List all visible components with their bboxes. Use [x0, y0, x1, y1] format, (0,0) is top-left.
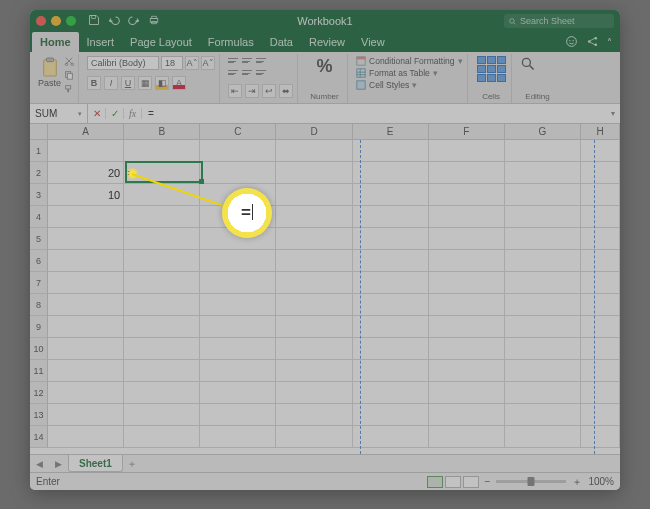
cell[interactable] [353, 140, 429, 162]
cell[interactable] [48, 250, 124, 272]
sheet-nav-next-icon[interactable]: ▶ [49, 459, 68, 469]
cell[interactable] [581, 338, 620, 360]
cell[interactable] [48, 382, 124, 404]
row-header[interactable]: 9 [30, 316, 48, 338]
cell[interactable] [581, 162, 620, 184]
cell[interactable] [200, 426, 276, 448]
cell[interactable] [505, 382, 581, 404]
decrease-font-icon[interactable]: A˅ [201, 56, 215, 70]
cell[interactable] [200, 206, 276, 228]
cell[interactable] [505, 316, 581, 338]
cell[interactable] [505, 228, 581, 250]
cell[interactable] [505, 162, 581, 184]
cell[interactable] [200, 404, 276, 426]
cell[interactable] [48, 426, 124, 448]
add-sheet-button[interactable]: ＋ [123, 457, 141, 471]
cell[interactable] [581, 404, 620, 426]
font-name-select[interactable]: Calibri (Body) [87, 56, 159, 70]
paste-button[interactable]: Paste [38, 56, 61, 88]
wrap-text-icon[interactable]: ↩ [262, 84, 276, 98]
cell[interactable] [505, 360, 581, 382]
cell[interactable] [581, 184, 620, 206]
cell[interactable] [276, 294, 352, 316]
tab-page-layout[interactable]: Page Layout [122, 32, 200, 52]
cell[interactable] [124, 184, 200, 206]
save-icon[interactable] [88, 14, 100, 28]
row-header[interactable]: 1 [30, 140, 48, 162]
cell[interactable] [276, 250, 352, 272]
cell[interactable]: 10 [48, 184, 124, 206]
cell[interactable] [48, 228, 124, 250]
cell[interactable] [429, 250, 505, 272]
cell[interactable] [124, 404, 200, 426]
cell[interactable] [48, 360, 124, 382]
cell[interactable] [200, 184, 276, 206]
close-window-button[interactable] [36, 16, 46, 26]
view-switcher[interactable] [427, 476, 479, 488]
cells-icon[interactable] [477, 56, 506, 82]
cell[interactable] [353, 382, 429, 404]
cell-styles-button[interactable]: Cell Styles▾ [356, 80, 463, 90]
cell[interactable] [353, 338, 429, 360]
cell[interactable] [505, 250, 581, 272]
zoom-level[interactable]: 100% [588, 476, 614, 487]
expand-formula-bar-icon[interactable]: ▾ [606, 109, 620, 118]
fill-color-button[interactable]: ◧ [155, 76, 169, 90]
cut-icon[interactable] [64, 56, 74, 68]
cell[interactable] [581, 206, 620, 228]
underline-button[interactable]: U [121, 76, 135, 90]
undo-icon[interactable] [108, 14, 120, 28]
cell[interactable] [429, 206, 505, 228]
copy-icon[interactable] [64, 70, 74, 82]
decrease-indent-icon[interactable]: ⇤ [228, 84, 242, 98]
bold-button[interactable]: B [87, 76, 101, 90]
cell[interactable] [124, 294, 200, 316]
cell[interactable] [276, 360, 352, 382]
cell[interactable] [200, 316, 276, 338]
merge-icon[interactable]: ⬌ [279, 84, 293, 98]
cell[interactable] [48, 140, 124, 162]
name-box[interactable]: SUM [30, 104, 88, 123]
format-painter-icon[interactable] [64, 84, 74, 96]
cell[interactable] [429, 140, 505, 162]
cell[interactable] [48, 316, 124, 338]
row-header[interactable]: 3 [30, 184, 48, 206]
cell[interactable] [200, 272, 276, 294]
cell[interactable] [200, 294, 276, 316]
cell[interactable] [276, 316, 352, 338]
row-header[interactable]: 14 [30, 426, 48, 448]
minimize-window-button[interactable] [51, 16, 61, 26]
cell[interactable] [505, 140, 581, 162]
border-button[interactable]: ▦ [138, 76, 152, 90]
increase-indent-icon[interactable]: ⇥ [245, 84, 259, 98]
share-icon[interactable] [586, 35, 599, 50]
row-header[interactable]: 13 [30, 404, 48, 426]
cell[interactable] [353, 360, 429, 382]
cell[interactable]: 20 [48, 162, 124, 184]
cell[interactable] [200, 360, 276, 382]
cell[interactable] [505, 206, 581, 228]
cell[interactable] [200, 250, 276, 272]
cell[interactable] [505, 272, 581, 294]
cell[interactable] [124, 338, 200, 360]
zoom-window-button[interactable] [66, 16, 76, 26]
cell[interactable] [48, 404, 124, 426]
tab-insert[interactable]: Insert [79, 32, 123, 52]
cell[interactable] [505, 426, 581, 448]
column-header[interactable]: A [48, 124, 124, 140]
column-header[interactable]: E [353, 124, 429, 140]
formula-input[interactable]: = [142, 108, 606, 119]
cell[interactable] [353, 228, 429, 250]
cell[interactable] [276, 140, 352, 162]
font-color-button[interactable]: A [172, 76, 186, 90]
cell[interactable] [353, 272, 429, 294]
column-header[interactable]: G [505, 124, 581, 140]
cell[interactable] [581, 250, 620, 272]
cell[interactable] [505, 404, 581, 426]
tab-data[interactable]: Data [262, 32, 301, 52]
row-header[interactable]: 8 [30, 294, 48, 316]
cell[interactable] [581, 316, 620, 338]
row-header[interactable]: 11 [30, 360, 48, 382]
row-header[interactable]: 10 [30, 338, 48, 360]
search-input[interactable]: Search Sheet [504, 14, 614, 28]
